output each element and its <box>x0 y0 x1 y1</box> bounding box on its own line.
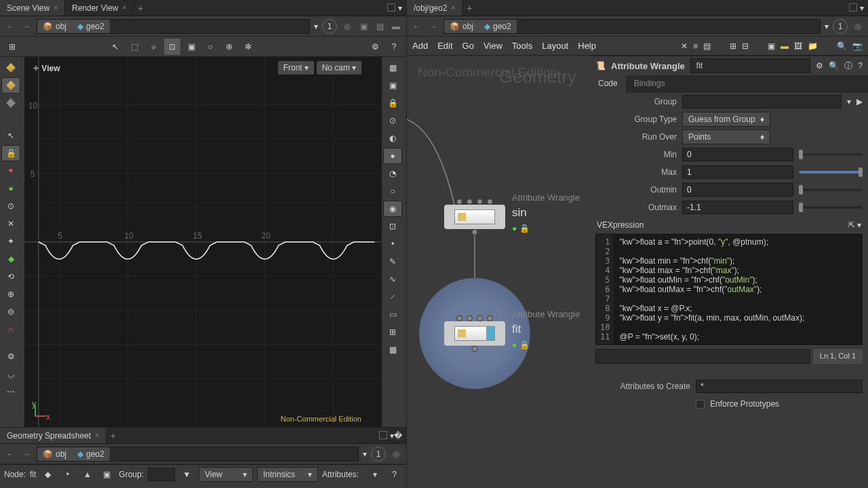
tab-network[interactable]: /obj/geo2× <box>407 0 462 16</box>
close-icon[interactable]: × <box>54 4 58 12</box>
r-tool-7[interactable]: ◔ <box>383 165 402 182</box>
outmax-input[interactable] <box>682 201 793 214</box>
dropdown-icon[interactable]: ▾ <box>847 97 851 106</box>
r-tool-2[interactable]: ▣ <box>383 77 402 94</box>
menu-icon-1[interactable]: ✕ <box>681 41 688 51</box>
tool-6[interactable]: ✕ <box>1 216 20 232</box>
r-tool-10[interactable]: ⊡ <box>383 218 402 235</box>
tool-9[interactable]: ⟲ <box>1 268 20 285</box>
ss-icon-1[interactable]: ◆ <box>40 466 56 483</box>
forward-icon[interactable]: → <box>427 20 439 33</box>
view-dropdown[interactable]: View▾ <box>199 467 253 482</box>
r-tool-17[interactable]: ▩ <box>383 342 402 358</box>
grouptype-dropdown[interactable]: Guess from Group♦ <box>682 112 770 127</box>
chevron-down-icon[interactable]: ▾ <box>857 220 861 230</box>
grid-icon[interactable]: ⊞ <box>4 39 20 55</box>
view-front-dropdown[interactable]: Front▾ <box>278 61 314 75</box>
forward-icon[interactable]: → <box>20 448 33 460</box>
tab-code[interactable]: Code <box>590 75 626 93</box>
tool-13[interactable]: ⚙ <box>1 348 20 365</box>
forward-icon[interactable]: → <box>20 20 33 33</box>
rotate-tool[interactable] <box>1 95 20 111</box>
path-bar[interactable]: 📦obj ◆geo2 <box>443 19 821 34</box>
group-input[interactable] <box>148 468 175 481</box>
camera-icon[interactable]: ▣ <box>183 39 199 55</box>
menu-edit[interactable]: Edit <box>437 41 452 51</box>
green-tool[interactable]: ● <box>1 180 20 197</box>
menu-icon-5[interactable]: ⊟ <box>742 41 749 51</box>
close-icon[interactable]: × <box>122 4 126 12</box>
menu-icon-4[interactable]: ⊞ <box>730 41 736 51</box>
tool-14[interactable]: ◡ <box>1 366 20 382</box>
node-name-input[interactable] <box>690 58 810 73</box>
tool-12[interactable]: ∩ <box>1 321 20 338</box>
display-flag-icon[interactable]: ● <box>512 224 517 233</box>
menu-go[interactable]: Go <box>462 41 474 51</box>
group-input[interactable] <box>682 95 842 108</box>
enforce-checkbox[interactable] <box>696 400 705 409</box>
add-tab-button[interactable]: + <box>462 3 476 14</box>
chevron-down-icon[interactable]: ▾ <box>398 3 402 13</box>
red-tool[interactable]: ✦ <box>1 163 20 179</box>
r-tool-3[interactable]: 🔒 <box>383 95 402 111</box>
path-bar[interactable]: 📦obj ◆geo2 <box>37 447 359 462</box>
menu-icon-8[interactable]: 🖼 <box>794 41 802 51</box>
display-icon[interactable]: ▬ <box>390 20 402 33</box>
arrow-icon[interactable]: ▶ <box>856 97 863 106</box>
display-flag-icon[interactable]: ● <box>512 340 517 350</box>
menu-icon-6[interactable]: ▣ <box>768 41 775 51</box>
clock-icon[interactable]: ⊕ <box>221 39 237 55</box>
gear-icon[interactable]: ✻ <box>240 39 256 55</box>
min-slider[interactable] <box>799 153 863 156</box>
status-input[interactable] <box>595 349 810 364</box>
maximize-icon[interactable] <box>387 3 395 12</box>
ss-icon-4[interactable]: ▣ <box>99 466 115 483</box>
chevron-down-icon[interactable]: ▾ <box>825 22 829 31</box>
node-sin[interactable]: Attribute Wrangle sin ●🔒 <box>444 205 505 229</box>
r-tool-9[interactable]: ◉ <box>383 201 402 217</box>
help-icon[interactable]: ? <box>858 61 863 70</box>
tool-11[interactable]: ⊖ <box>1 304 20 320</box>
snap-icon[interactable]: ⊡ <box>164 39 180 55</box>
lock-tool[interactable]: 🔒 <box>1 145 20 161</box>
maximize-icon[interactable] <box>849 3 857 12</box>
attrs-input[interactable] <box>696 380 863 393</box>
close-icon[interactable]: × <box>95 432 99 439</box>
arrow-tool[interactable]: ↖ <box>1 127 20 144</box>
view-camera-dropdown[interactable]: No cam▾ <box>317 61 361 75</box>
help-icon[interactable]: ? <box>387 466 402 483</box>
move-tool[interactable] <box>1 77 20 94</box>
menu-tools[interactable]: Tools <box>512 41 532 51</box>
tab-bindings[interactable]: Bindings <box>626 75 673 93</box>
target-icon[interactable]: ◎ <box>390 448 402 460</box>
ss-icon-2[interactable]: • <box>60 466 75 483</box>
ss-icon-3[interactable]: ▲ <box>79 466 95 483</box>
menu-icon-7[interactable]: ▬ <box>781 41 789 51</box>
tool-5[interactable]: ⊙ <box>1 198 20 214</box>
cube-icon[interactable]: ▣ <box>357 20 370 33</box>
viewport-3d[interactable]: 5 10 15 20 5 10 ✦ View Front▾ No cam▾ No… <box>24 57 382 427</box>
menu-icon-9[interactable]: 📁 <box>808 41 818 51</box>
outmin-input[interactable] <box>682 183 793 197</box>
add-tab-button[interactable]: + <box>134 3 147 14</box>
chevron-down-icon[interactable]: ▾ <box>363 449 367 459</box>
tab-render-view[interactable]: Render View× <box>65 0 134 16</box>
menu-icon-2[interactable]: ≡ <box>693 41 698 51</box>
tool-8[interactable]: ◆ <box>1 251 20 267</box>
max-input[interactable] <box>682 165 793 179</box>
r-tool-5[interactable]: ◐ <box>383 130 402 146</box>
maximize-icon[interactable] <box>379 431 387 439</box>
pin-number[interactable]: 1 <box>371 447 386 462</box>
chevron-down-icon[interactable]: ▾� <box>390 431 402 441</box>
tab-scene-view[interactable]: Scene View× <box>0 0 65 16</box>
node-fit[interactable]: Attribute Wrangle fit ●🔒 <box>444 321 505 346</box>
lock-icon[interactable]: 🔒 <box>519 224 530 233</box>
intrinsics-dropdown[interactable]: Intrinsics▾ <box>257 467 318 482</box>
path-geo[interactable]: ◆geo2 <box>72 20 110 33</box>
r-tool-1[interactable]: ▦ <box>383 60 402 76</box>
r-tool-4[interactable]: ⊙ <box>383 113 402 129</box>
pin-number[interactable]: 1 <box>322 19 337 34</box>
select-tool[interactable] <box>1 60 20 76</box>
network-view[interactable]: Non-Commercial Edition Geometry Attribut… <box>407 56 590 488</box>
brush-icon[interactable]: ⟐ <box>145 39 161 55</box>
